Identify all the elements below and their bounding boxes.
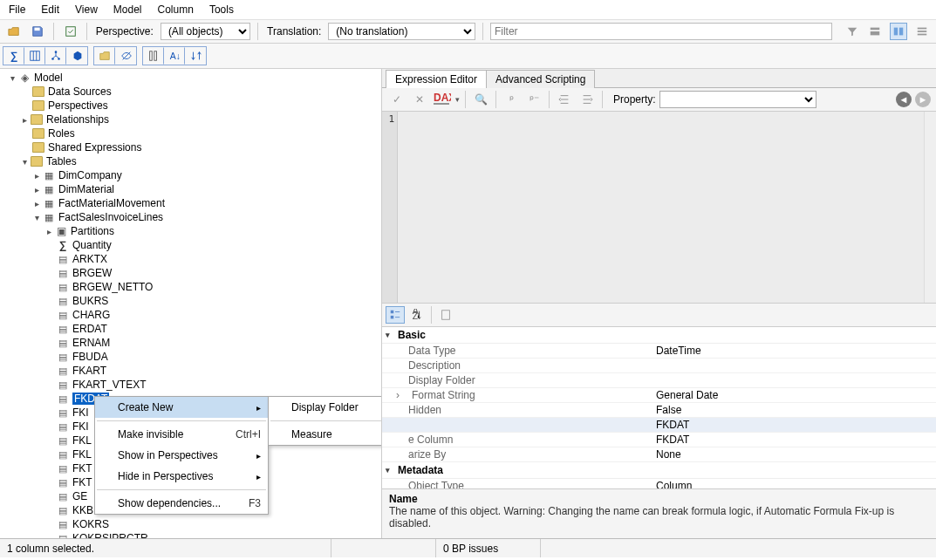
sort2-icon[interactable] [185, 47, 206, 65]
description-text: The name of this object. Warning: Changi… [389, 505, 929, 529]
prop-group-metadata[interactable]: ▾Metadata [382, 462, 936, 479]
folder-icon[interactable] [94, 47, 115, 65]
tree-column[interactable]: FKART_VTEXT [0, 378, 381, 392]
table-icon [42, 197, 56, 209]
layout-dual-icon[interactable] [890, 23, 908, 40]
nav-back-icon[interactable]: ◄ [896, 92, 912, 107]
columns-icon[interactable] [24, 47, 45, 65]
folder-icon [31, 141, 45, 154]
tree-tables[interactable]: ▾Tables [0, 154, 381, 168]
search-icon[interactable]: 🔍 [471, 91, 490, 108]
comment-icon[interactable]: ᵖ [502, 91, 521, 108]
ctx-make-invisible[interactable]: Make invisibleCtrl+I [95, 424, 268, 445]
prop-row[interactable]: e ColumnFKDAT [382, 433, 936, 447]
categorized-icon[interactable] [386, 306, 405, 324]
separator [495, 91, 496, 108]
tree-table[interactable]: ▸DimCompany [0, 168, 381, 182]
tree-folder[interactable]: Shared Expressions [0, 140, 381, 154]
tree-table[interactable]: ▸DimMaterial [0, 182, 381, 196]
menu-view[interactable]: View [75, 3, 98, 16]
deploy-icon[interactable] [61, 23, 79, 40]
expression-editor[interactable]: 1 [382, 112, 936, 304]
separator [431, 306, 432, 324]
layout-list-icon[interactable] [912, 23, 931, 40]
tree-column[interactable]: BRGEW_NETTO [0, 280, 381, 294]
tree-measure[interactable]: Quantity [0, 238, 381, 252]
accept-icon[interactable]: ✓ [387, 91, 407, 108]
separator [257, 23, 258, 40]
ctx-show-dependencies[interactable]: Show dependencies...F3 [95, 493, 268, 514]
prop-row[interactable]: Data TypeDateTime [382, 344, 936, 359]
properties-grid[interactable]: ▾Basic Data TypeDateTime Description Dis… [382, 327, 936, 488]
tree-partitions[interactable]: ▸Partitions [0, 224, 381, 238]
tab-expression-editor[interactable]: Expression Editor [386, 70, 487, 88]
tree-column[interactable]: KOKRSIPRCTR [0, 531, 381, 538]
prop-row[interactable]: FKDAT [382, 418, 936, 433]
outdent-icon[interactable] [577, 91, 597, 108]
svg-rect-17 [154, 51, 157, 61]
ctx-create-new[interactable]: Create New▸ Display Folder MeasureAlt+1 [95, 397, 268, 418]
tree-column[interactable]: ARKTX [0, 252, 381, 266]
column-icon [56, 434, 70, 447]
nav-forward-icon[interactable]: ► [915, 92, 931, 107]
indent-icon[interactable] [555, 91, 574, 108]
open-icon[interactable] [5, 23, 24, 40]
layout-icon[interactable] [866, 23, 885, 40]
property-dropdown[interactable] [659, 91, 816, 108]
dax-icon[interactable]: DAX [433, 91, 452, 108]
ctx-show-perspectives[interactable]: Show in Perspectives▸ [95, 445, 268, 466]
tree-folder[interactable]: Roles [0, 126, 381, 140]
ctx-hide-perspectives[interactable]: Hide in Perspectives▸ [95, 466, 268, 487]
menu-file[interactable]: File [9, 3, 25, 16]
cancel-icon[interactable]: ✕ [410, 91, 429, 108]
menu-column[interactable]: Column [158, 3, 194, 16]
tree-column[interactable]: BUKRS [0, 294, 381, 308]
tree-folder[interactable]: Perspectives [0, 99, 381, 113]
prop-row[interactable]: Format StringGeneral Date [382, 388, 936, 403]
tree-column[interactable]: BRGEW [0, 266, 381, 280]
menu-edit[interactable]: Edit [41, 3, 59, 16]
tree-column[interactable]: CHARG [0, 308, 381, 322]
translation-dropdown[interactable]: (No translation) [328, 23, 475, 40]
alphabetical-icon[interactable]: AZ [407, 306, 427, 324]
prop-row[interactable]: HiddenFalse [382, 403, 936, 418]
tree-column[interactable]: ERNAM [0, 336, 381, 350]
tree-table-expanded[interactable]: ▾FactSalesInvoiceLines [0, 210, 381, 224]
column-icon [56, 448, 70, 461]
tree-column[interactable]: KOKRS [0, 517, 381, 531]
prop-row[interactable]: Description [382, 359, 936, 373]
uncomment-icon[interactable]: ᵖ⁻ [524, 91, 543, 108]
hidden-icon[interactable] [115, 47, 136, 65]
ctx-sub-display-folder[interactable]: Display Folder [269, 397, 382, 418]
prop-page-icon[interactable] [436, 306, 455, 324]
partition-icon[interactable] [66, 47, 87, 65]
tab-advanced-scripting[interactable]: Advanced Scripting [486, 70, 595, 88]
save-icon[interactable] [29, 23, 47, 40]
hierarchy-icon[interactable] [45, 47, 66, 65]
ctx-sub-measure[interactable]: MeasureAlt+1 [269, 424, 382, 445]
sort-icon[interactable]: A↓ [164, 47, 185, 65]
columns2-icon[interactable] [143, 47, 164, 65]
status-bp-issues[interactable]: 0 BP issues [436, 539, 541, 557]
prop-row[interactable]: arize ByNone [382, 447, 936, 462]
prop-row[interactable]: Display Folder [382, 373, 936, 388]
tree-column[interactable]: FBUDA [0, 350, 381, 364]
editor-scrollbar[interactable] [924, 112, 936, 303]
sigma-icon[interactable]: ∑ [3, 47, 24, 65]
tree-root[interactable]: ▾Model [0, 71, 381, 85]
tree-table[interactable]: ▸FactMaterialMovement [0, 196, 381, 210]
menu-model[interactable]: Model [113, 3, 142, 16]
filter-input[interactable] [490, 23, 833, 40]
tree-folder[interactable]: Data Sources [0, 85, 381, 99]
menu-tools[interactable]: Tools [209, 3, 234, 16]
context-submenu: Display Folder MeasureAlt+1 [268, 396, 382, 446]
tree-folder[interactable]: ▸Relationships [0, 113, 381, 126]
column-icon [56, 420, 70, 433]
tree-column[interactable]: ERDAT [0, 322, 381, 336]
prop-row[interactable]: Object TypeColumn [382, 479, 936, 488]
editor-code[interactable] [398, 112, 924, 303]
perspective-dropdown[interactable]: (All objects) [161, 23, 250, 40]
filter-icon[interactable] [843, 23, 861, 40]
prop-group-basic[interactable]: ▾Basic [382, 327, 936, 344]
tree-column[interactable]: FKART [0, 364, 381, 378]
